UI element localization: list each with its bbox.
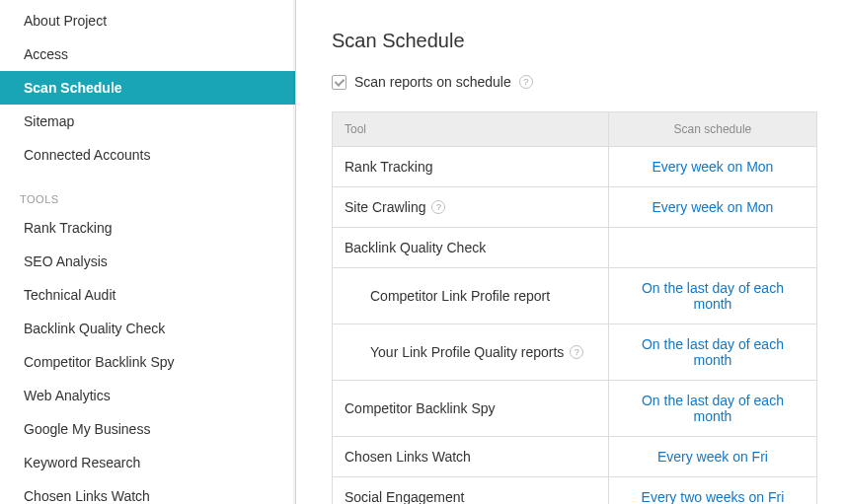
- table-row: Competitor Link Profile reportOn the las…: [333, 268, 817, 324]
- schedule-cell: Every week on Fri: [608, 437, 816, 477]
- table-row: Rank TrackingEvery week on Mon: [333, 147, 817, 187]
- schedule-cell: On the last day of each month: [608, 324, 816, 381]
- sidebar-item-settings-1[interactable]: Access: [0, 37, 295, 71]
- tool-cell: Site Crawling?: [333, 187, 609, 228]
- schedule-link[interactable]: Every two weeks on Fri: [642, 489, 785, 504]
- sidebar-item-tools-2[interactable]: Technical Audit: [0, 278, 295, 312]
- table-row: Backlink Quality Check: [333, 228, 817, 268]
- tool-cell: Competitor Backlink Spy: [333, 381, 609, 437]
- table-row: Chosen Links WatchEvery week on Fri: [333, 437, 817, 477]
- tool-cell: Your Link Profile Quality reports?: [333, 324, 609, 381]
- tool-cell: Social Engagement: [333, 477, 609, 505]
- help-icon[interactable]: ?: [431, 200, 445, 214]
- tool-name: Your Link Profile Quality reports: [370, 344, 564, 360]
- schedule-table-body: Rank TrackingEvery week on MonSite Crawl…: [333, 147, 817, 505]
- scan-on-schedule-row: Scan reports on schedule ?: [332, 74, 817, 90]
- schedule-cell: Every week on Mon: [608, 147, 816, 187]
- schedule-cell: [608, 228, 816, 268]
- sidebar: About ProjectAccessScan ScheduleSitemapC…: [0, 0, 296, 504]
- sidebar-item-tools-3[interactable]: Backlink Quality Check: [0, 312, 295, 345]
- tool-name: Rank Tracking: [345, 159, 432, 175]
- schedule-cell: Every week on Mon: [608, 187, 816, 228]
- schedule-link[interactable]: On the last day of each month: [642, 280, 784, 312]
- sidebar-item-tools-8[interactable]: Chosen Links Watch: [0, 479, 295, 504]
- help-icon[interactable]: ?: [570, 345, 583, 359]
- table-row: Competitor Backlink SpyOn the last day o…: [333, 381, 817, 437]
- sidebar-item-tools-1[interactable]: SEO Analysis: [0, 245, 295, 278]
- tool-name: Competitor Backlink Spy: [345, 400, 496, 416]
- schedule-link[interactable]: Every week on Mon: [652, 199, 773, 215]
- schedule-link[interactable]: Every week on Mon: [652, 159, 773, 175]
- sidebar-item-tools-6[interactable]: Google My Business: [0, 412, 295, 446]
- table-header-tool: Tool: [333, 112, 609, 147]
- tool-cell: Competitor Link Profile report: [333, 268, 609, 324]
- sidebar-item-settings-4[interactable]: Connected Accounts: [0, 138, 295, 172]
- tool-name: Social Engagement: [345, 489, 464, 504]
- main-content: Scan Schedule Scan reports on schedule ?…: [296, 0, 845, 504]
- sidebar-item-settings-3[interactable]: Sitemap: [0, 105, 295, 138]
- schedule-link[interactable]: On the last day of each month: [642, 393, 784, 424]
- table-header-schedule: Scan schedule: [608, 112, 816, 147]
- sidebar-item-tools-0[interactable]: Rank Tracking: [0, 211, 295, 245]
- tool-cell: Chosen Links Watch: [333, 437, 609, 477]
- tool-name: Backlink Quality Check: [345, 240, 486, 255]
- sidebar-item-settings-2[interactable]: Scan Schedule: [0, 71, 295, 105]
- table-row: Your Link Profile Quality reports?On the…: [333, 324, 817, 381]
- scan-on-schedule-checkbox[interactable]: [332, 75, 346, 90]
- schedule-cell: Every two weeks on Fri: [608, 477, 816, 505]
- schedule-table: Tool Scan schedule Rank TrackingEvery we…: [332, 111, 817, 504]
- sidebar-item-settings-0[interactable]: About Project: [0, 4, 295, 37]
- tool-cell: Backlink Quality Check: [333, 228, 609, 268]
- page-title: Scan Schedule: [332, 30, 817, 52]
- sidebar-item-tools-4[interactable]: Competitor Backlink Spy: [0, 345, 295, 379]
- help-icon[interactable]: ?: [519, 75, 533, 89]
- sidebar-item-tools-5[interactable]: Web Analytics: [0, 379, 295, 412]
- sidebar-tools-header: TOOLS: [0, 172, 295, 211]
- schedule-link[interactable]: Every week on Fri: [657, 449, 768, 465]
- sidebar-item-tools-7[interactable]: Keyword Research: [0, 446, 295, 479]
- schedule-cell: On the last day of each month: [608, 268, 816, 324]
- schedule-link[interactable]: On the last day of each month: [642, 336, 784, 368]
- table-row: Site Crawling?Every week on Mon: [333, 187, 817, 228]
- tool-name: Site Crawling: [345, 199, 425, 215]
- schedule-cell: On the last day of each month: [608, 381, 816, 437]
- tool-name: Competitor Link Profile report: [370, 288, 550, 304]
- scan-on-schedule-label: Scan reports on schedule: [354, 74, 511, 90]
- tool-cell: Rank Tracking: [333, 147, 609, 187]
- tool-name: Chosen Links Watch: [345, 449, 471, 465]
- table-row: Social EngagementEvery two weeks on Fri: [333, 477, 817, 505]
